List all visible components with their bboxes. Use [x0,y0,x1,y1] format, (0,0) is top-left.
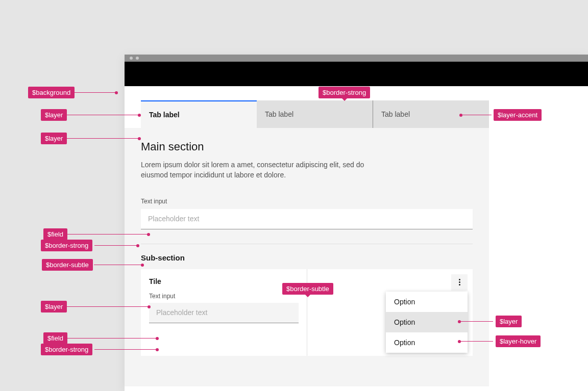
tab-3[interactable]: Tab label [373,100,489,128]
tile-input-label: Text input [149,293,299,300]
token-border-subtle-mid: $border-subtle [282,283,333,295]
kebab-icon [459,279,460,285]
leader [64,338,157,338]
token-field: $field [43,228,67,240]
menu-item-2[interactable]: Option [386,312,468,332]
input-label: Text input [141,198,473,205]
tile-right: Option Option Option [307,269,473,356]
token-border-strong-2: $border-strong [41,344,92,355]
main-panel: Main section Lorem ipsum dolor sit lorem… [125,128,489,386]
leader [64,234,149,234]
tab-list: Tab label Tab label Tab label [141,100,489,128]
leader [65,115,139,115]
main-title: Main section [141,140,473,153]
leader [459,341,493,342]
sub-section-title: Sub-section [141,253,473,262]
tab-2[interactable]: Tab label [257,100,373,128]
overflow-menu-button[interactable] [451,274,468,291]
leader [94,349,157,350]
leader [94,265,142,265]
token-border-strong: $border-strong [41,240,92,251]
tile-title: Tile [149,277,299,285]
token-layer-2: $layer [41,133,67,144]
tab-label: Tab label [149,111,180,119]
tile-left: Tile Text input [141,269,307,356]
app-header [125,62,588,86]
token-background: $background [28,87,75,98]
window-dot [136,57,139,60]
tab-1[interactable]: Tab label [141,100,257,128]
divider [141,244,473,244]
leader [65,138,139,139]
window-dot [130,57,133,60]
leader [461,115,492,115]
tile-text-input[interactable] [149,303,299,323]
token-layer-3: $layer [41,301,67,312]
token-layer: $layer [41,109,67,121]
leader [94,245,138,246]
token-border-subtle: $border-subtle [42,259,93,271]
menu-item-1[interactable]: Option [386,292,468,312]
token-layer-accent: $layer-accent [494,109,542,121]
overflow-menu: Option Option Option [386,292,468,353]
leader [75,92,116,93]
leader [65,306,149,307]
tab-label: Tab label [381,110,410,118]
main-text-input[interactable] [141,209,473,229]
token-field-2: $field [43,332,67,344]
tab-label: Tab label [265,110,293,118]
token-border-strong-top: $border-strong [318,87,370,98]
window-titlebar [125,55,588,62]
tile-row: Tile Text input Option Option Option [141,269,473,356]
main-body: Lorem ipsum dolor sit lorem a amet, cons… [141,160,386,180]
leader [459,321,493,322]
token-layer-hover: $layer-hover [496,335,541,347]
token-layer-right: $layer [496,316,522,327]
menu-item-3[interactable]: Option [386,332,468,353]
